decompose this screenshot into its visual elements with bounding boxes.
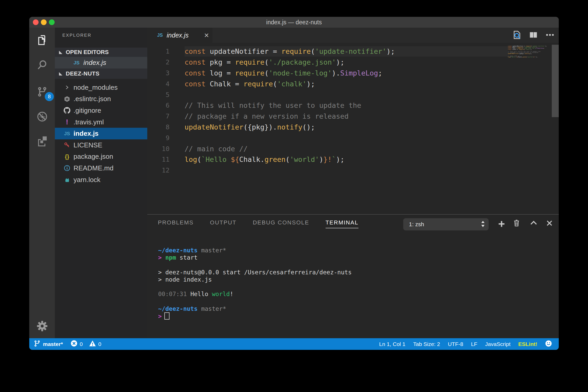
error-icon: [71, 340, 77, 348]
code-line-5: 5: [147, 89, 559, 100]
tree-item--travis-yml[interactable]: !.travis.yml: [55, 116, 147, 128]
tree-item-index-js[interactable]: JSindex.js: [55, 128, 147, 139]
split-editor-icon[interactable]: [529, 30, 538, 41]
explorer-sidebar: EXPLORER OPEN EDITORS JS index.js DEEZ-N…: [55, 28, 147, 338]
minimap[interactable]: const updateNotifier = require('update-n…: [508, 46, 552, 62]
status-eslint-status[interactable]: ESLint!: [518, 341, 538, 347]
tree-item-yarn-lock[interactable]: yarn.lock: [55, 174, 147, 186]
code-text: // main code //: [185, 145, 248, 153]
select-arrows-icon: [481, 220, 485, 229]
sidebar-item-extensions[interactable]: [29, 133, 55, 150]
info-icon: [63, 165, 71, 171]
chevron-up-icon: [530, 218, 538, 229]
window-title: index.js — deez-nuts: [81, 17, 507, 28]
search-icon: [36, 59, 48, 72]
vscode-window: index.js — deez-nuts: [29, 17, 559, 350]
eslint-icon: [63, 96, 71, 102]
terminal-select[interactable]: 1: zsh: [403, 218, 489, 230]
panel-tab-problems[interactable]: PROBLEMS: [158, 219, 194, 226]
code-line-8: 8updateNotifier({pkg}).notify();: [147, 122, 559, 133]
close-window-button[interactable]: [33, 19, 39, 25]
terminal-line: > npm start: [158, 254, 554, 261]
status-cursor-position[interactable]: Ln 1, Col 1: [379, 341, 406, 347]
activity-bar: 8: [29, 28, 55, 338]
code-text: // This will notify the user to update t…: [185, 101, 361, 109]
status-encoding[interactable]: UTF-8: [448, 341, 463, 347]
tree-item-label: LICENSE: [74, 141, 102, 149]
panel-tab-debug-console[interactable]: DEBUG CONSOLE: [253, 219, 309, 226]
tree-item--gitignore[interactable]: .gitignore: [55, 105, 147, 116]
tree-item-readme-md[interactable]: README.md: [55, 162, 147, 174]
git-branch-status[interactable]: master*: [34, 340, 63, 348]
new-terminal-button[interactable]: [496, 218, 507, 229]
status-eol[interactable]: LF: [471, 341, 477, 347]
tree-item-package-json[interactable]: {}package.json: [55, 151, 147, 163]
sidebar-item-explorer[interactable]: [29, 32, 55, 49]
line-number: 7: [147, 112, 170, 120]
branch-label: master*: [43, 341, 63, 347]
status-feedback-smiley-icon[interactable]: [545, 340, 552, 348]
editor-scrollbar[interactable]: [552, 45, 559, 117]
tree-item-label: yarn.lock: [74, 176, 100, 184]
panel-tab-output[interactable]: OUTPUT: [210, 219, 236, 226]
collapse-triangle-icon: [59, 70, 62, 77]
tree-item-node-modules[interactable]: node_modules: [55, 82, 147, 93]
tree-item-license[interactable]: LICENSE: [55, 139, 147, 151]
kill-terminal-button[interactable]: [511, 218, 522, 229]
js-icon: JS: [63, 131, 71, 137]
project-folder-header[interactable]: DEEZ-NUTS: [55, 69, 147, 79]
code-text: // package if a new version is released: [185, 112, 349, 120]
chevron-right-icon: [63, 85, 71, 90]
zoom-window-button[interactable]: [49, 19, 55, 25]
collapse-triangle-icon: [59, 49, 62, 56]
settings-button[interactable]: [29, 318, 55, 335]
line-number: 10: [147, 145, 170, 153]
code-text: const pkg = require('./package.json');: [185, 58, 344, 66]
code-editor[interactable]: 1const updateNotifier = require('update-…: [147, 43, 559, 214]
github-icon: [63, 107, 71, 114]
tab-label: index.js: [167, 32, 189, 39]
sidebar-item-debug[interactable]: [29, 108, 55, 126]
extensions-icon: [37, 135, 48, 147]
line-number: 4: [147, 80, 170, 88]
code-lines: 1const updateNotifier = require('update-…: [147, 46, 559, 176]
line-number: 3: [147, 69, 170, 77]
code-text: updateNotifier({pkg}).notify();: [185, 123, 315, 131]
line-number: 1: [147, 48, 170, 55]
open-editors-header[interactable]: OPEN EDITORS: [55, 48, 147, 57]
scm-badge: 8: [45, 92, 54, 101]
sidebar-item-search[interactable]: [29, 57, 55, 74]
tree-item-label: .travis.yml: [74, 118, 104, 126]
close-tab-icon[interactable]: ×: [204, 28, 209, 43]
warning-count: 0: [98, 341, 101, 347]
line-number: 6: [147, 102, 170, 109]
terminal-cursor: [164, 312, 170, 320]
close-panel-button[interactable]: [544, 218, 555, 229]
problems-status[interactable]: 0 0: [71, 340, 101, 348]
code-line-10: 10// main code //: [147, 143, 559, 154]
terminal-line: [158, 261, 554, 268]
gear-icon: [36, 320, 48, 333]
status-language-mode[interactable]: JavaScript: [485, 341, 510, 347]
tree-item--eslintrc-json[interactable]: .eslintrc.json: [55, 93, 147, 105]
more-actions-icon[interactable]: [545, 30, 555, 41]
line-number: 8: [147, 123, 170, 131]
debug-disabled-icon: [36, 111, 48, 123]
minimize-window-button[interactable]: [41, 19, 47, 25]
tree-item-label: index.js: [74, 130, 99, 138]
code-line-11: 11log(`Hello ${Chalk.green('world')}!`);: [147, 154, 559, 165]
code-text: const log = require('node-time-log').Sim…: [185, 69, 382, 77]
open-editor-item-indexjs[interactable]: JS index.js: [55, 57, 147, 69]
find-in-file-icon[interactable]: [512, 30, 521, 41]
title-bar[interactable]: index.js — deez-nuts: [29, 17, 559, 28]
panel-tab-terminal[interactable]: TERMINAL: [326, 219, 358, 226]
editor-actions: [512, 28, 555, 43]
maximize-panel-button[interactable]: [528, 218, 539, 229]
code-text: const updateNotifier = require('update-n…: [185, 47, 395, 55]
open-editors-label: OPEN EDITORS: [66, 49, 109, 56]
tree-item-label: .gitignore: [74, 107, 101, 115]
terminal[interactable]: ~/deez-nuts master*> npm start > deez-nu…: [158, 247, 554, 320]
tab-indexjs[interactable]: JS index.js ×: [147, 28, 212, 43]
status-indentation[interactable]: Tab Size: 2: [413, 341, 440, 347]
files-icon: [36, 34, 48, 47]
